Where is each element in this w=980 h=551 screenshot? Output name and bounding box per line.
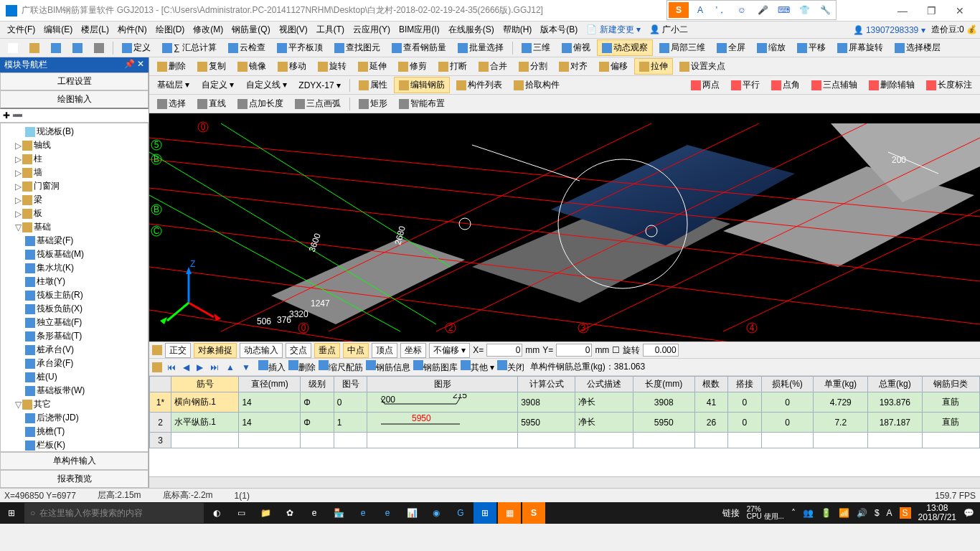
menu-帮助(H)[interactable]: 帮助(H): [499, 24, 537, 36]
tb3-拾取构件[interactable]: 拾取构件: [509, 77, 565, 93]
tb-旋转[interactable]: 旋转: [313, 58, 352, 75]
sidebar-pin-icon[interactable]: 📌 ✕: [124, 59, 144, 71]
nav-btn[interactable]: ▼: [240, 362, 253, 372]
menu-文件(F)[interactable]: 文件(F): [3, 24, 39, 36]
tb-点加长度[interactable]: 点加长度: [232, 95, 288, 112]
tb-智能布置[interactable]: 智能布置: [394, 95, 450, 112]
dropdown-基础层[interactable]: 基础层 ▾: [152, 77, 195, 93]
menu-云应用(Y)[interactable]: 云应用(Y): [349, 24, 395, 36]
sogou-icon[interactable]: S: [522, 502, 545, 524]
rotate-input[interactable]: [643, 344, 679, 357]
tree-独立基础(F)[interactable]: 独立基础(F): [2, 316, 146, 329]
ie-icon[interactable]: e: [376, 502, 399, 524]
taskview-icon[interactable]: ▭: [230, 502, 253, 524]
tree-其它[interactable]: ▽其它: [2, 397, 146, 411]
vtb-垂点[interactable]: 垂点: [314, 343, 340, 358]
vtb-顶点[interactable]: 顶点: [372, 343, 397, 358]
menu-视图(V)[interactable]: 视图(V): [275, 24, 312, 36]
tb-移动[interactable]: 移动: [273, 58, 311, 75]
tb3r-三点辅轴[interactable]: 三点辅轴: [806, 77, 862, 93]
tb-云检查[interactable]: 云检查: [223, 39, 270, 56]
tray-cpu[interactable]: 27% CPU 使用...: [747, 506, 784, 520]
tree-桩承台(V)[interactable]: 桩承台(V): [2, 343, 146, 357]
tb-镜像[interactable]: 镜像: [232, 58, 271, 75]
ime-s-icon[interactable]: S: [669, 2, 689, 18]
explorer-icon[interactable]: 📁: [254, 502, 277, 524]
vtb-中点[interactable]: 中点: [343, 343, 369, 358]
ime-mic-icon[interactable]: 🎤: [753, 2, 772, 18]
tb-分割[interactable]: 分割: [514, 58, 552, 75]
rebar-table[interactable]: 筋号直径(mm)级别图号图形计算公式公式描述长度(mm)根数搭接损耗(%)单重(…: [149, 376, 980, 476]
tray-ime-a[interactable]: A: [887, 508, 892, 518]
start-button[interactable]: ⊞: [0, 502, 23, 524]
file-icon-btn[interactable]: [24, 41, 44, 55]
dropdown-ZDYX-17[interactable]: ZDYX-17 ▾: [293, 78, 346, 93]
tree-筏板负筋(X)[interactable]: 筏板负筋(X): [2, 302, 146, 316]
tree-条形基础(T)[interactable]: 条形基础(T): [2, 329, 146, 343]
vtb-动态输入[interactable]: 动态输入: [240, 343, 283, 358]
tb-查看钢筋量[interactable]: 查看钢筋量: [387, 39, 451, 56]
ime-keyboard-icon[interactable]: ⌨: [774, 2, 793, 18]
vtb-正交[interactable]: 正交: [165, 343, 191, 358]
tree-筏板基础(M)[interactable]: 筏板基础(M): [2, 248, 146, 261]
cortana-icon[interactable]: ◐: [205, 502, 228, 524]
tray-up-icon[interactable]: ˄: [791, 508, 796, 518]
edge-old-icon[interactable]: e: [303, 502, 326, 524]
maximize-button[interactable]: ❐: [917, 5, 946, 17]
tb-修剪[interactable]: 修剪: [393, 58, 432, 75]
tree-筏板主筋(R)[interactable]: 筏板主筋(R): [2, 288, 146, 302]
dtb-删除[interactable]: 删除: [288, 360, 316, 374]
ime-face-icon[interactable]: ☺: [732, 2, 751, 18]
tree-轴线[interactable]: ▷轴线: [2, 138, 146, 152]
file-icon-btn[interactable]: [3, 41, 23, 55]
tb-打断[interactable]: 打断: [433, 58, 472, 75]
user-button[interactable]: 👤 广小二: [645, 24, 692, 36]
rotate-checkbox[interactable]: ☐ 旋转: [612, 344, 639, 357]
tb3r-删除辅轴[interactable]: 删除辅轴: [864, 77, 920, 93]
tray-wifi-icon[interactable]: 📶: [839, 508, 849, 518]
menu-工具(T)[interactable]: 工具(T): [312, 24, 349, 36]
tb-三点画弧[interactable]: 三点画弧: [290, 95, 346, 112]
tree-桩(U)[interactable]: 桩(U): [2, 370, 146, 384]
vtb-对象捕捉[interactable]: 对象捕捉: [194, 343, 237, 358]
y-input[interactable]: [556, 344, 592, 357]
section-project[interactable]: 工程设置: [0, 72, 149, 90]
tb-缩放[interactable]: 缩放: [752, 39, 791, 56]
dropdown-自定义线[interactable]: 自定义线 ▾: [241, 77, 292, 93]
file-icon-btn[interactable]: [46, 41, 66, 55]
tb-动态观察[interactable]: 动态观察: [597, 39, 653, 56]
dtb-其他[interactable]: 其他 ▾: [461, 360, 494, 374]
app2-icon[interactable]: G: [449, 502, 472, 524]
menu-绘图(D)[interactable]: 绘图(D): [151, 24, 189, 36]
tray-notifications-icon[interactable]: 💬: [963, 508, 974, 518]
tb-定义[interactable]: 定义: [117, 39, 156, 56]
dtb-关闭[interactable]: 关闭: [497, 360, 524, 374]
ime-shirt-icon[interactable]: 👕: [795, 2, 814, 18]
tb-平移[interactable]: 平移: [792, 39, 831, 56]
menu-BIM应用(I)[interactable]: BIM应用(I): [395, 24, 444, 36]
edge-icon[interactable]: e: [352, 502, 374, 524]
tray-dollar-icon[interactable]: $: [875, 508, 880, 518]
tray-clock[interactable]: 13:082018/7/21: [918, 504, 956, 522]
tb-直线[interactable]: 直线: [192, 95, 231, 112]
store-icon[interactable]: 🏪: [327, 502, 350, 524]
tb-删除[interactable]: 删除: [152, 58, 191, 75]
app1-icon[interactable]: ◉: [425, 502, 448, 524]
calc-icon[interactable]: 📊: [400, 502, 423, 524]
tb-屏幕旋转[interactable]: 屏幕旋转: [832, 39, 888, 56]
ime-punct-icon[interactable]: '，: [712, 2, 730, 18]
tb-对齐[interactable]: 对齐: [554, 58, 593, 75]
drawing-viewport[interactable]: Z 3600 2680 1247 506 376 3320 200 0 5 B: [149, 113, 980, 342]
ime-a-icon[interactable]: A: [691, 2, 710, 18]
component-tree[interactable]: 现浇板(B)▷轴线▷柱▷墙▷门窗洞▷梁▷板▽基础基础梁(F)筏板基础(M)集水坑…: [0, 123, 149, 452]
tb-矩形[interactable]: 矩形: [354, 95, 392, 112]
tb-延伸[interactable]: 延伸: [353, 58, 392, 75]
nav-btn[interactable]: ▲: [224, 362, 237, 372]
tb3-属性[interactable]: 属性: [354, 77, 392, 93]
tb-局部三维[interactable]: 局部三维: [654, 39, 710, 56]
vtb-不偏移[interactable]: 不偏移 ▾: [429, 343, 470, 358]
app4-icon[interactable]: ▦: [498, 502, 521, 524]
tree-承台梁(F)[interactable]: 承台梁(F): [2, 357, 146, 370]
tb-设置夹点[interactable]: 设置夹点: [674, 58, 730, 75]
minimize-button[interactable]: —: [888, 5, 917, 17]
